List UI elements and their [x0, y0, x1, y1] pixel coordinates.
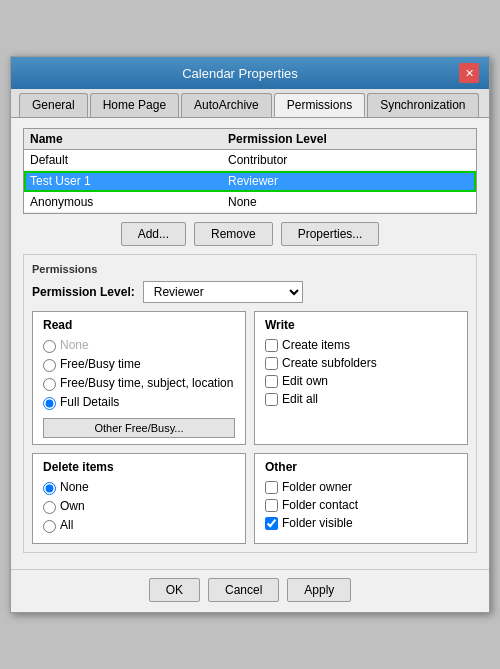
- read-none-radio[interactable]: [43, 340, 56, 353]
- delete-title: Delete items: [43, 460, 235, 474]
- add-button[interactable]: Add...: [121, 222, 186, 246]
- tab-permissions[interactable]: Permissions: [274, 93, 365, 117]
- table-row-selected[interactable]: Test User 1 Reviewer: [24, 171, 476, 192]
- folder-contact-label: Folder contact: [282, 498, 358, 512]
- row-level: Reviewer: [228, 174, 278, 188]
- create-subfolders-checkbox[interactable]: [265, 357, 278, 370]
- delete-none: None: [43, 480, 235, 495]
- write-create-subfolders: Create subfolders: [265, 356, 457, 370]
- delete-all: All: [43, 518, 235, 533]
- other-folder-contact: Folder contact: [265, 498, 457, 512]
- read-freebusy: Free/Busy time: [43, 357, 235, 372]
- delete-all-radio[interactable]: [43, 520, 56, 533]
- col-level: Permission Level: [228, 132, 327, 146]
- write-title: Write: [265, 318, 457, 332]
- row-name: Test User 1: [30, 174, 228, 188]
- read-full-details-radio[interactable]: [43, 397, 56, 410]
- delete-own-label: Own: [60, 499, 85, 513]
- footer-buttons: OK Cancel Apply: [11, 569, 489, 612]
- cancel-button[interactable]: Cancel: [208, 578, 279, 602]
- row-name: Default: [30, 153, 228, 167]
- other-folder-owner: Folder owner: [265, 480, 457, 494]
- write-create-items: Create items: [265, 338, 457, 352]
- edit-own-label: Edit own: [282, 374, 328, 388]
- permission-level-label: Permission Level:: [32, 285, 135, 299]
- remove-button[interactable]: Remove: [194, 222, 273, 246]
- delete-all-label: All: [60, 518, 73, 532]
- delete-own-radio[interactable]: [43, 501, 56, 514]
- read-freebusy-radio[interactable]: [43, 359, 56, 372]
- read-none-label: None: [60, 338, 89, 352]
- read-full-details-label: Full Details: [60, 395, 119, 409]
- folder-visible-label: Folder visible: [282, 516, 353, 530]
- other-title: Other: [265, 460, 457, 474]
- tab-general[interactable]: General: [19, 93, 88, 117]
- delete-box: Delete items None Own All: [32, 453, 246, 544]
- read-freebusy-subject-radio[interactable]: [43, 378, 56, 391]
- read-freebusy-subject: Free/Busy time, subject, location: [43, 376, 235, 391]
- write-edit-all: Edit all: [265, 392, 457, 406]
- table-header: Name Permission Level: [24, 129, 476, 150]
- tab-autoarchive[interactable]: AutoArchive: [181, 93, 272, 117]
- calendar-properties-dialog: Calendar Properties ✕ General Home Page …: [10, 56, 490, 613]
- user-table: Name Permission Level Default Contributo…: [23, 128, 477, 214]
- content-area: Name Permission Level Default Contributo…: [11, 118, 489, 569]
- read-none: None: [43, 338, 235, 353]
- write-box: Write Create items Create subfolders Edi…: [254, 311, 468, 445]
- delete-none-label: None: [60, 480, 89, 494]
- create-items-label: Create items: [282, 338, 350, 352]
- edit-own-checkbox[interactable]: [265, 375, 278, 388]
- permissions-section: Permissions Permission Level: Reviewer R…: [23, 254, 477, 553]
- titlebar: Calendar Properties ✕: [11, 57, 489, 89]
- tab-homepage[interactable]: Home Page: [90, 93, 179, 117]
- table-row[interactable]: Anonymous None: [24, 192, 476, 213]
- ok-button[interactable]: OK: [149, 578, 200, 602]
- read-freebusy-label: Free/Busy time: [60, 357, 141, 371]
- row-level: Contributor: [228, 153, 287, 167]
- table-row[interactable]: Default Contributor: [24, 150, 476, 171]
- tab-bar: General Home Page AutoArchive Permission…: [11, 89, 489, 118]
- permissions-label: Permissions: [32, 263, 468, 275]
- delete-other-boxes: Delete items None Own All: [32, 453, 468, 544]
- folder-owner-label: Folder owner: [282, 480, 352, 494]
- create-items-checkbox[interactable]: [265, 339, 278, 352]
- edit-all-label: Edit all: [282, 392, 318, 406]
- permission-level-row: Permission Level: Reviewer: [32, 281, 468, 303]
- dialog-title: Calendar Properties: [21, 66, 459, 81]
- properties-button[interactable]: Properties...: [281, 222, 380, 246]
- read-box: Read None Free/Busy time Free/Busy time,…: [32, 311, 246, 445]
- row-level: None: [228, 195, 257, 209]
- delete-own: Own: [43, 499, 235, 514]
- tab-synchronization[interactable]: Synchronization: [367, 93, 478, 117]
- other-box: Other Folder owner Folder contact Folder…: [254, 453, 468, 544]
- row-name: Anonymous: [30, 195, 228, 209]
- delete-none-radio[interactable]: [43, 482, 56, 495]
- folder-visible-checkbox[interactable]: [265, 517, 278, 530]
- read-full-details: Full Details: [43, 395, 235, 410]
- folder-owner-checkbox[interactable]: [265, 481, 278, 494]
- read-freebusy-subject-label: Free/Busy time, subject, location: [60, 376, 233, 390]
- col-name: Name: [30, 132, 228, 146]
- other-folder-visible: Folder visible: [265, 516, 457, 530]
- write-edit-own: Edit own: [265, 374, 457, 388]
- close-button[interactable]: ✕: [459, 63, 479, 83]
- table-action-buttons: Add... Remove Properties...: [23, 222, 477, 246]
- permission-level-select[interactable]: Reviewer: [143, 281, 303, 303]
- apply-button[interactable]: Apply: [287, 578, 351, 602]
- create-subfolders-label: Create subfolders: [282, 356, 377, 370]
- read-write-boxes: Read None Free/Busy time Free/Busy time,…: [32, 311, 468, 445]
- other-freebusy-button[interactable]: Other Free/Busy...: [43, 418, 235, 438]
- read-title: Read: [43, 318, 235, 332]
- edit-all-checkbox[interactable]: [265, 393, 278, 406]
- folder-contact-checkbox[interactable]: [265, 499, 278, 512]
